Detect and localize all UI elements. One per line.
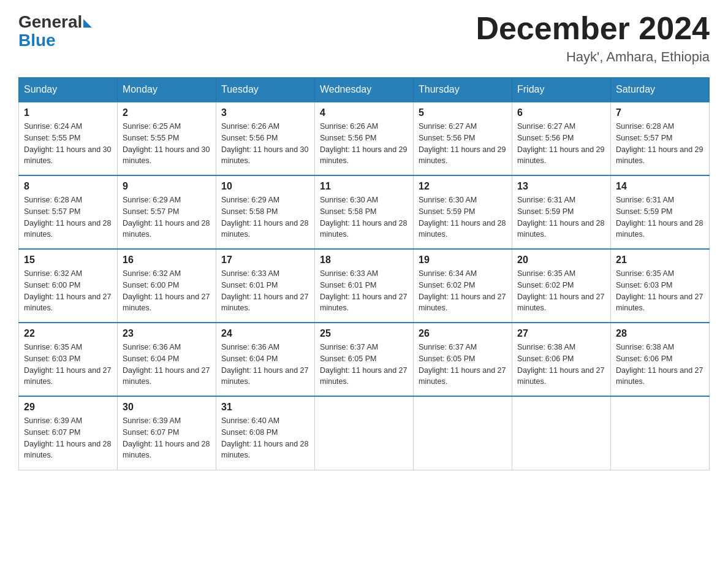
calendar-cell — [315, 396, 414, 470]
page-header: General Blue December 2024 Hayk', Amhara… — [18, 12, 710, 65]
calendar-cell: 6 Sunrise: 6:27 AM Sunset: 5:56 PM Dayli… — [512, 102, 611, 175]
day-info: Sunrise: 6:28 AM Sunset: 5:57 PM Dayligh… — [616, 121, 704, 167]
calendar-cell: 30 Sunrise: 6:39 AM Sunset: 6:07 PM Dayl… — [118, 396, 216, 470]
day-number: 10 — [221, 181, 309, 192]
day-info: Sunrise: 6:39 AM Sunset: 6:07 PM Dayligh… — [24, 415, 112, 461]
day-info: Sunrise: 6:36 AM Sunset: 6:04 PM Dayligh… — [221, 342, 309, 388]
calendar-cell: 31 Sunrise: 6:40 AM Sunset: 6:08 PM Dayl… — [216, 396, 315, 470]
day-info: Sunrise: 6:35 AM Sunset: 6:03 PM Dayligh… — [616, 268, 704, 314]
week-row-4: 22 Sunrise: 6:35 AM Sunset: 6:03 PM Dayl… — [19, 323, 710, 396]
day-info: Sunrise: 6:24 AM Sunset: 5:55 PM Dayligh… — [24, 121, 112, 167]
day-info: Sunrise: 6:32 AM Sunset: 6:00 PM Dayligh… — [24, 268, 112, 314]
day-number: 6 — [517, 107, 605, 118]
day-number: 16 — [123, 255, 211, 266]
day-info: Sunrise: 6:33 AM Sunset: 6:01 PM Dayligh… — [320, 268, 408, 314]
day-number: 29 — [24, 402, 112, 413]
calendar-cell: 18 Sunrise: 6:33 AM Sunset: 6:01 PM Dayl… — [315, 249, 414, 323]
day-number: 4 — [320, 107, 408, 118]
day-info: Sunrise: 6:37 AM Sunset: 6:05 PM Dayligh… — [419, 342, 507, 388]
day-info: Sunrise: 6:29 AM Sunset: 5:58 PM Dayligh… — [221, 194, 309, 240]
day-number: 15 — [24, 255, 112, 266]
day-number: 11 — [320, 181, 408, 192]
week-row-3: 15 Sunrise: 6:32 AM Sunset: 6:00 PM Dayl… — [19, 249, 710, 323]
logo-general-text: General — [18, 12, 82, 32]
day-info: Sunrise: 6:30 AM Sunset: 5:58 PM Dayligh… — [320, 194, 408, 240]
calendar-cell — [414, 396, 512, 470]
calendar-cell: 16 Sunrise: 6:32 AM Sunset: 6:00 PM Dayl… — [118, 249, 216, 323]
calendar-cell — [611, 396, 710, 470]
month-year-title: December 2024 — [476, 12, 710, 44]
calendar-cell: 27 Sunrise: 6:38 AM Sunset: 6:06 PM Dayl… — [512, 323, 611, 396]
logo: General Blue — [18, 12, 92, 50]
day-number: 17 — [221, 255, 309, 266]
weekday-header-monday: Monday — [118, 78, 216, 102]
week-row-2: 8 Sunrise: 6:28 AM Sunset: 5:57 PM Dayli… — [19, 175, 710, 249]
calendar-cell: 10 Sunrise: 6:29 AM Sunset: 5:58 PM Dayl… — [216, 175, 315, 249]
calendar-cell: 23 Sunrise: 6:36 AM Sunset: 6:04 PM Dayl… — [118, 323, 216, 396]
day-number: 7 — [616, 107, 704, 118]
day-info: Sunrise: 6:26 AM Sunset: 5:56 PM Dayligh… — [221, 121, 309, 167]
weekday-header-tuesday: Tuesday — [216, 78, 315, 102]
day-number: 23 — [123, 328, 211, 339]
calendar-cell: 1 Sunrise: 6:24 AM Sunset: 5:55 PM Dayli… — [19, 102, 118, 175]
day-number: 24 — [221, 328, 309, 339]
calendar-cell — [512, 396, 611, 470]
day-number: 27 — [517, 328, 605, 339]
day-info: Sunrise: 6:27 AM Sunset: 5:56 PM Dayligh… — [517, 121, 605, 167]
day-number: 12 — [419, 181, 507, 192]
calendar-cell: 29 Sunrise: 6:39 AM Sunset: 6:07 PM Dayl… — [19, 396, 118, 470]
day-number: 22 — [24, 328, 112, 339]
week-row-1: 1 Sunrise: 6:24 AM Sunset: 5:55 PM Dayli… — [19, 102, 710, 175]
day-number: 18 — [320, 255, 408, 266]
day-number: 19 — [419, 255, 507, 266]
week-row-5: 29 Sunrise: 6:39 AM Sunset: 6:07 PM Dayl… — [19, 396, 710, 470]
day-info: Sunrise: 6:37 AM Sunset: 6:05 PM Dayligh… — [320, 342, 408, 388]
calendar-cell: 12 Sunrise: 6:30 AM Sunset: 5:59 PM Dayl… — [414, 175, 512, 249]
weekday-header-thursday: Thursday — [414, 78, 512, 102]
day-number: 13 — [517, 181, 605, 192]
day-number: 26 — [419, 328, 507, 339]
calendar-cell: 11 Sunrise: 6:30 AM Sunset: 5:58 PM Dayl… — [315, 175, 414, 249]
calendar-table: SundayMondayTuesdayWednesdayThursdayFrid… — [18, 77, 710, 470]
day-info: Sunrise: 6:33 AM Sunset: 6:01 PM Dayligh… — [221, 268, 309, 314]
day-number: 21 — [616, 255, 704, 266]
calendar-cell: 2 Sunrise: 6:25 AM Sunset: 5:55 PM Dayli… — [118, 102, 216, 175]
calendar-cell: 15 Sunrise: 6:32 AM Sunset: 6:00 PM Dayl… — [19, 249, 118, 323]
calendar-cell: 13 Sunrise: 6:31 AM Sunset: 5:59 PM Dayl… — [512, 175, 611, 249]
calendar-cell: 26 Sunrise: 6:37 AM Sunset: 6:05 PM Dayl… — [414, 323, 512, 396]
day-info: Sunrise: 6:29 AM Sunset: 5:57 PM Dayligh… — [123, 194, 211, 240]
title-section: December 2024 Hayk', Amhara, Ethiopia — [476, 12, 710, 65]
day-info: Sunrise: 6:36 AM Sunset: 6:04 PM Dayligh… — [123, 342, 211, 388]
calendar-cell: 22 Sunrise: 6:35 AM Sunset: 6:03 PM Dayl… — [19, 323, 118, 396]
calendar-cell: 21 Sunrise: 6:35 AM Sunset: 6:03 PM Dayl… — [611, 249, 710, 323]
day-number: 8 — [24, 181, 112, 192]
calendar-cell: 25 Sunrise: 6:37 AM Sunset: 6:05 PM Dayl… — [315, 323, 414, 396]
day-number: 31 — [221, 402, 309, 413]
day-info: Sunrise: 6:30 AM Sunset: 5:59 PM Dayligh… — [419, 194, 507, 240]
day-info: Sunrise: 6:34 AM Sunset: 6:02 PM Dayligh… — [419, 268, 507, 314]
day-number: 3 — [221, 107, 309, 118]
day-info: Sunrise: 6:32 AM Sunset: 6:00 PM Dayligh… — [123, 268, 211, 314]
day-number: 1 — [24, 107, 112, 118]
weekday-header-friday: Friday — [512, 78, 611, 102]
weekday-header-sunday: Sunday — [19, 78, 118, 102]
calendar-cell: 20 Sunrise: 6:35 AM Sunset: 6:02 PM Dayl… — [512, 249, 611, 323]
day-number: 9 — [123, 181, 211, 192]
day-number: 25 — [320, 328, 408, 339]
calendar-cell: 5 Sunrise: 6:27 AM Sunset: 5:56 PM Dayli… — [414, 102, 512, 175]
day-number: 28 — [616, 328, 704, 339]
calendar-cell: 19 Sunrise: 6:34 AM Sunset: 6:02 PM Dayl… — [414, 249, 512, 323]
calendar-cell: 8 Sunrise: 6:28 AM Sunset: 5:57 PM Dayli… — [19, 175, 118, 249]
calendar-cell: 3 Sunrise: 6:26 AM Sunset: 5:56 PM Dayli… — [216, 102, 315, 175]
day-info: Sunrise: 6:38 AM Sunset: 6:06 PM Dayligh… — [517, 342, 605, 388]
calendar-cell: 24 Sunrise: 6:36 AM Sunset: 6:04 PM Dayl… — [216, 323, 315, 396]
logo-arrow-icon — [83, 19, 92, 28]
calendar-cell: 14 Sunrise: 6:31 AM Sunset: 5:59 PM Dayl… — [611, 175, 710, 249]
calendar-cell: 28 Sunrise: 6:38 AM Sunset: 6:06 PM Dayl… — [611, 323, 710, 396]
day-info: Sunrise: 6:31 AM Sunset: 5:59 PM Dayligh… — [616, 194, 704, 240]
calendar-cell: 17 Sunrise: 6:33 AM Sunset: 6:01 PM Dayl… — [216, 249, 315, 323]
day-info: Sunrise: 6:27 AM Sunset: 5:56 PM Dayligh… — [419, 121, 507, 167]
day-info: Sunrise: 6:40 AM Sunset: 6:08 PM Dayligh… — [221, 415, 309, 461]
day-info: Sunrise: 6:25 AM Sunset: 5:55 PM Dayligh… — [123, 121, 211, 167]
location-subtitle: Hayk', Amhara, Ethiopia — [476, 49, 710, 65]
